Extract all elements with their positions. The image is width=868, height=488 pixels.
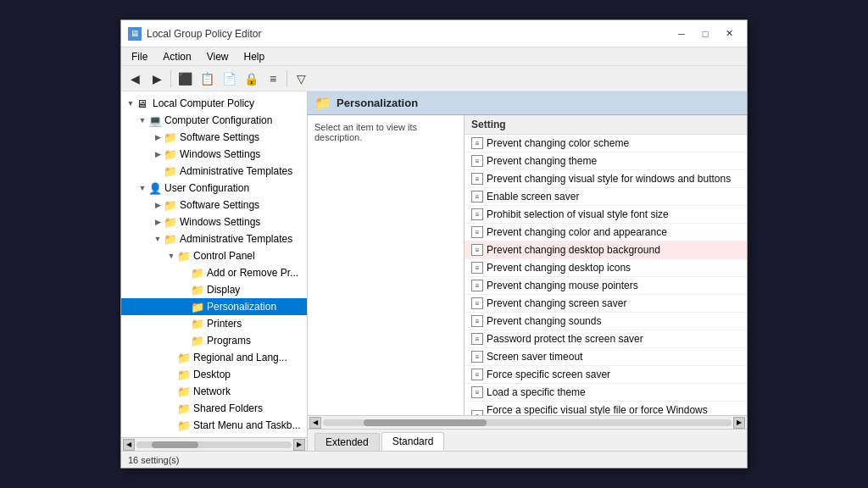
right-header-icon: 📁 bbox=[314, 95, 331, 111]
settings-item-15[interactable]: ≡ Force a specific visual style file or … bbox=[465, 402, 747, 415]
settings-item-5[interactable]: ≡ Prevent changing color and appearance bbox=[465, 224, 747, 241]
folder-button[interactable]: 📋 bbox=[197, 69, 217, 89]
menu-file[interactable]: File bbox=[125, 49, 154, 64]
cp-label: Control Panel bbox=[193, 250, 255, 262]
settings-item-4[interactable]: ≡ Prohibit selection of visual style fon… bbox=[465, 206, 747, 224]
settings-icon-5: ≡ bbox=[471, 226, 483, 238]
tree-item-shared-folders[interactable]: 📁 Shared Folders bbox=[121, 400, 307, 417]
right-scroll-left[interactable]: ◀ bbox=[309, 417, 321, 429]
tree-scroll-left[interactable]: ◀ bbox=[123, 439, 135, 451]
settings-col-label: Setting bbox=[471, 119, 506, 130]
tree-item-windows-settings-cc[interactable]: ▶ 📁 Windows Settings bbox=[121, 146, 307, 163]
tree-item-add-remove[interactable]: 📁 Add or Remove Pr... bbox=[121, 264, 307, 281]
tree-item-personalization[interactable]: 📁 Personalization bbox=[121, 298, 307, 315]
tree-scroll-track[interactable] bbox=[136, 441, 292, 448]
title-bar-left: 🖥 Local Group Policy Editor bbox=[128, 27, 261, 41]
settings-item-3[interactable]: ≡ Enable screen saver bbox=[465, 188, 747, 206]
tree-item-network[interactable]: 📁 Network bbox=[121, 383, 307, 400]
description-text: Select an item to view its description. bbox=[314, 122, 417, 142]
forward-button[interactable]: ▶ bbox=[147, 69, 167, 89]
settings-icon-0: ≡ bbox=[471, 137, 483, 149]
tree-item-software-settings-cc[interactable]: ▶ 📁 Software Settings bbox=[121, 129, 307, 146]
filter-button[interactable]: ▽ bbox=[291, 69, 311, 89]
tree-item-computer-config[interactable]: ▼ 💻 Computer Configuration bbox=[121, 112, 307, 129]
list-button[interactable]: ≡ bbox=[263, 69, 283, 89]
prog-expand-icon bbox=[179, 336, 191, 345]
settings-item-11[interactable]: ≡ Password protect the screen saver bbox=[465, 330, 747, 348]
settings-label-0: Prevent changing color scheme bbox=[487, 137, 629, 149]
at-cc-expand-icon bbox=[152, 167, 164, 175]
settings-header: Setting bbox=[465, 115, 747, 135]
desk-icon: 📁 bbox=[177, 369, 191, 381]
tree-item-admin-templates-uc[interactable]: ▼ 📁 Administrative Templates bbox=[121, 230, 307, 247]
settings-label-14: Load a specific theme bbox=[487, 386, 586, 398]
settings-item-9[interactable]: ≡ Prevent changing screen saver bbox=[465, 295, 747, 313]
settings-icon-4: ≡ bbox=[471, 208, 483, 220]
tree-scroll[interactable]: ▼ 🖥 Local Computer Policy ▼ 💻 Computer C… bbox=[121, 92, 307, 437]
tree-item-desktop[interactable]: 📁 Desktop bbox=[121, 366, 307, 383]
tree-item-software-settings-uc[interactable]: ▶ 📁 Software Settings bbox=[121, 197, 307, 214]
back-button[interactable]: ◀ bbox=[125, 69, 145, 89]
cp-expand-icon: ▼ bbox=[165, 252, 177, 260]
tab-extended[interactable]: Extended bbox=[314, 433, 380, 451]
prog-label: Programs bbox=[207, 335, 251, 347]
tree-item-display[interactable]: 📁 Display bbox=[121, 281, 307, 298]
ar-label: Add or Remove Pr... bbox=[207, 267, 298, 279]
ss-cc-expand-icon: ▶ bbox=[152, 133, 164, 141]
tree-scroll-right[interactable]: ▶ bbox=[293, 439, 305, 451]
new-button[interactable]: 📄 bbox=[219, 69, 239, 89]
settings-item-14[interactable]: ≡ Load a specific theme bbox=[465, 384, 747, 402]
at-cc-label: Administrative Templates bbox=[180, 165, 292, 177]
print-label: Printers bbox=[207, 318, 242, 330]
menu-view[interactable]: View bbox=[200, 49, 236, 64]
description-panel: Select an item to view its description. bbox=[308, 115, 465, 415]
minimize-button[interactable]: ─ bbox=[670, 25, 693, 42]
menu-action[interactable]: Action bbox=[156, 49, 198, 64]
settings-label-12: Screen saver timeout bbox=[487, 351, 582, 363]
at-cc-icon: 📁 bbox=[164, 165, 177, 178]
disp-expand-icon bbox=[179, 286, 191, 294]
settings-label-10: Prevent changing sounds bbox=[487, 315, 601, 327]
settings-icon-8: ≡ bbox=[471, 280, 483, 291]
close-button[interactable]: ✕ bbox=[718, 25, 740, 42]
settings-item-8[interactable]: ≡ Prevent changing mouse pointers bbox=[465, 277, 747, 295]
tab-standard[interactable]: Standard bbox=[381, 432, 445, 451]
right-scroll-thumb bbox=[364, 419, 487, 426]
settings-panel[interactable]: Setting ≡ Prevent changing color scheme … bbox=[465, 115, 747, 415]
ss-uc-expand-icon: ▶ bbox=[152, 201, 164, 209]
tree-item-printers[interactable]: 📁 Printers bbox=[121, 315, 307, 332]
tree-item-windows-settings-uc[interactable]: ▶ 📁 Windows Settings bbox=[121, 214, 307, 230]
settings-icon-3: ≡ bbox=[471, 191, 483, 202]
show-hide-button[interactable]: ⬛ bbox=[175, 69, 195, 89]
settings-item-1[interactable]: ≡ Prevent changing theme bbox=[465, 152, 747, 170]
settings-item-7[interactable]: ≡ Prevent changing desktop icons bbox=[465, 259, 747, 277]
ws-cc-icon: 📁 bbox=[164, 148, 177, 161]
at-uc-expand-icon: ▼ bbox=[152, 235, 164, 243]
tree-item-regional[interactable]: 📁 Regional and Lang... bbox=[121, 349, 307, 366]
settings-item-10[interactable]: ≡ Prevent changing sounds bbox=[465, 313, 747, 330]
settings-item-13[interactable]: ≡ Force specific screen saver bbox=[465, 366, 747, 384]
properties-button[interactable]: 🔒 bbox=[241, 69, 261, 89]
settings-item-2[interactable]: ≡ Prevent changing visual style for wind… bbox=[465, 170, 747, 188]
tree-item-control-panel[interactable]: ▼ 📁 Control Panel bbox=[121, 247, 307, 264]
settings-icon-10: ≡ bbox=[471, 315, 483, 327]
tree-root[interactable]: ▼ 🖥 Local Computer Policy bbox=[121, 95, 307, 112]
maximize-button[interactable]: □ bbox=[694, 25, 716, 42]
settings-item-12[interactable]: ≡ Screen saver timeout bbox=[465, 348, 747, 366]
settings-item-0[interactable]: ≡ Prevent changing color scheme bbox=[465, 135, 747, 152]
right-scroll-right[interactable]: ▶ bbox=[733, 417, 745, 429]
tree-item-admin-templates-cc[interactable]: 📁 Administrative Templates bbox=[121, 163, 307, 180]
print-icon: 📁 bbox=[191, 318, 204, 330]
ws-uc-expand-icon: ▶ bbox=[152, 218, 164, 226]
cc-expand-icon: ▼ bbox=[136, 116, 148, 125]
tree-item-start-menu[interactable]: 📁 Start Menu and Taskb... bbox=[121, 417, 307, 434]
settings-item-6[interactable]: ➤ ≡ Prevent changing desktop background bbox=[465, 241, 747, 259]
cp-icon: 📁 bbox=[177, 250, 191, 263]
ws-uc-icon: 📁 bbox=[164, 216, 177, 229]
right-scroll-track[interactable] bbox=[323, 419, 732, 426]
pers-expand-icon bbox=[179, 302, 191, 311]
menu-help[interactable]: Help bbox=[237, 49, 272, 64]
ws-cc-expand-icon: ▶ bbox=[152, 150, 164, 158]
tree-item-programs[interactable]: 📁 Programs bbox=[121, 332, 307, 349]
tree-item-user-config[interactable]: ▼ 👤 User Configuration bbox=[121, 180, 307, 197]
